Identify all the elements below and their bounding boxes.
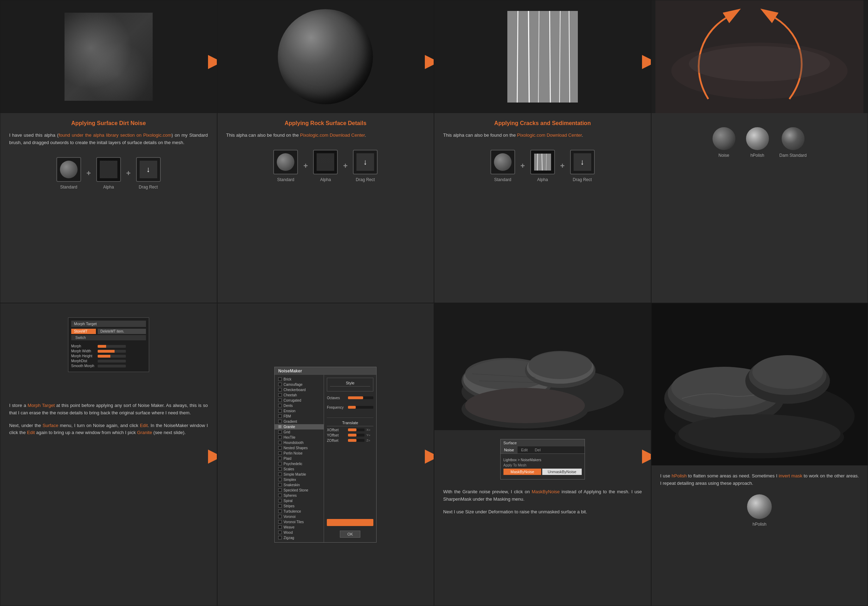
nm-octaves-bar[interactable] <box>348 396 374 399</box>
tool-alpha-3: Alpha <box>530 150 555 182</box>
rocks-3d-svg <box>437 303 648 430</box>
nm-item-hextile[interactable]: HexTile <box>274 435 324 440</box>
orange-link-3[interactable]: Pixologic.com Download Center <box>517 133 582 138</box>
nm-item-granite[interactable]: Granite <box>274 424 324 430</box>
nm-item-weave[interactable]: Weave <box>274 525 324 530</box>
nm-cb-brick <box>278 377 282 381</box>
sp-tab-edit[interactable]: Edit <box>518 447 531 453</box>
nm-item-gradient[interactable]: Gradient <box>274 419 324 424</box>
nm-cb-nested <box>278 446 282 450</box>
nm-item-voronoi[interactable]: Voronoi <box>274 514 324 519</box>
nm-ok-button[interactable]: OK <box>340 530 360 538</box>
svg-line-10 <box>537 154 538 170</box>
nm-cb-check <box>278 388 282 391</box>
nm-item-nested[interactable]: Nested Shapes <box>274 445 324 451</box>
hpolish-link[interactable]: hPolish <box>672 473 687 478</box>
tool-standard-2: Standard <box>273 150 298 182</box>
nm-item-spiral[interactable]: Spiral <box>274 498 324 504</box>
alpha-texture-2 <box>316 153 334 171</box>
nm-item-simplemarble[interactable]: Simple Marble <box>274 472 324 477</box>
maskbynoise-link[interactable]: MaskByNoise <box>532 489 560 494</box>
body-bottom-4: I use hPolish to flatten some areas as n… <box>660 473 859 487</box>
nm-item-camouflage[interactable]: Camouflage <box>274 382 324 387</box>
nm-item-simplex[interactable]: Simplex <box>274 477 324 482</box>
nm-item-brick[interactable]: Brick <box>274 377 324 382</box>
final-result-area <box>651 0 868 113</box>
nm-item-zigzag[interactable]: Zigzag <box>274 535 324 541</box>
nm-translate-section: Translate XOffset X= YOffset <box>327 417 374 442</box>
nm-item-cheetah[interactable]: Cheetah <box>274 393 324 398</box>
nm-frequency-bar[interactable] <box>348 406 374 409</box>
edit-link-1[interactable]: Edit <box>140 423 148 428</box>
granite-link[interactable]: Granite <box>137 430 152 435</box>
content-bottom-1: I store a Morph Target at this point bef… <box>0 395 217 606</box>
nm-octaves-section: Octaves <box>327 396 374 400</box>
deletemt-input[interactable]: DeleteMT item. <box>98 329 146 334</box>
morphwidth-slider[interactable] <box>98 350 126 352</box>
standard-label-1: Standard <box>60 185 78 190</box>
content-bottom-3: With the Granite noise preview, I click … <box>434 489 651 606</box>
plus-3: + <box>303 161 308 170</box>
stormt-input[interactable]: StoreMT <box>71 329 96 334</box>
sp-maskbynoise-btn[interactable]: MaskByNoise <box>504 468 541 475</box>
nm-item-perlin[interactable]: Perlin Noise <box>274 451 324 456</box>
sp-tab-noise[interactable]: Noise <box>501 447 518 453</box>
nm-item-corrugated[interactable]: Corrugated <box>274 398 324 403</box>
nm-item-dents[interactable]: Dents <box>274 403 324 408</box>
tool-standard-3: Standard <box>490 150 515 182</box>
nm-item-speckled[interactable]: Speckled Stone <box>274 488 324 493</box>
surface-panel: Surface Noise Edit Del Lightbox > NoiseM… <box>500 439 585 479</box>
nm-item-stripes[interactable]: Stripes <box>274 504 324 509</box>
morph-slider[interactable] <box>98 345 126 348</box>
nm-zoffset-row: ZOffset Z= <box>327 439 374 442</box>
nm-item-wood[interactable]: Wood <box>274 530 324 535</box>
nm-item-plaid[interactable]: Plaid <box>274 456 324 461</box>
title-top-1: Applying Surface Dirt Noise <box>9 120 208 127</box>
nm-item-checkerboard[interactable]: Checkerboard <box>274 387 324 393</box>
nm-cb-wood <box>278 530 282 534</box>
sp-tab-del[interactable]: Del <box>531 447 544 453</box>
nm-item-fbm[interactable]: FBM <box>274 414 324 419</box>
cell-bottom-4: I use hPolish to flatten some areas as n… <box>651 303 868 606</box>
nm-item-houndstooth[interactable]: Houndstooth <box>274 440 324 445</box>
surface-link[interactable]: Surface <box>43 423 59 428</box>
morphheight-slider[interactable] <box>98 355 126 358</box>
nm-item-scales[interactable]: Scales <box>274 467 324 472</box>
nm-frequency-section: Frequency <box>327 405 374 410</box>
nm-item-turbulence[interactable]: Turbulence <box>274 509 324 514</box>
morphsmooth-label: Smooth Morph <box>71 364 96 368</box>
arrow-1-2 <box>205 49 217 76</box>
nm-item-spheres[interactable]: Spheres <box>274 493 324 498</box>
nm-zoffset-bar[interactable] <box>348 439 364 442</box>
tool-dragrect-1: Drag Rect <box>136 157 161 190</box>
svg-marker-21 <box>425 450 434 464</box>
nm-frequency-fill <box>348 406 356 409</box>
plus-4: + <box>343 161 348 170</box>
morph-stomt-row: StoreMT DeleteMT item. <box>71 329 146 334</box>
cell-top-2: Applying Rock Surface Details This alpha… <box>217 0 434 303</box>
cell-bottom-1: Morph Target StoreMT DeleteMT item. Swit… <box>0 303 217 606</box>
invertmask-link[interactable]: invert mask <box>779 473 803 478</box>
tools-row-2: Standard + Alpha + Drag Rect <box>226 146 425 186</box>
nm-item-snakeskin[interactable]: Snakeskin <box>274 482 324 488</box>
edit-link-2[interactable]: Edit <box>27 430 35 435</box>
nm-xoffset-bar[interactable] <box>348 428 364 431</box>
nm-item-erosion[interactable]: Erosion <box>274 408 324 414</box>
nm-item-voronoitiles[interactable]: Voronoi Tiles <box>274 519 324 525</box>
alpha-label-2: Alpha <box>320 177 331 182</box>
nm-yoffset-bar[interactable] <box>348 434 364 436</box>
sp-unmaskbynoise-btn[interactable]: UnmaskByNoise <box>542 468 581 475</box>
content-top-1: Applying Surface Dirt Noise I have used … <box>0 113 217 303</box>
orange-link-1[interactable]: found under the alpha library section on… <box>59 133 171 138</box>
nm-item-psychedelic[interactable]: Psychedelic <box>274 461 324 467</box>
morph-switch-row: Switch <box>71 335 146 340</box>
plus-5: + <box>520 161 525 170</box>
nm-xoffset-val: X= <box>366 428 374 431</box>
nm-item-grid[interactable]: Grid <box>274 430 324 435</box>
morph-target-link[interactable]: Morph Target <box>28 403 55 408</box>
nm-zoffset-fill <box>348 439 356 442</box>
smoothmorph-slider[interactable] <box>98 365 126 368</box>
switch-input[interactable]: Switch <box>71 335 146 340</box>
orange-link-2[interactable]: Pixologic.com Download Center <box>300 133 365 138</box>
morphdist-slider[interactable] <box>98 360 126 363</box>
